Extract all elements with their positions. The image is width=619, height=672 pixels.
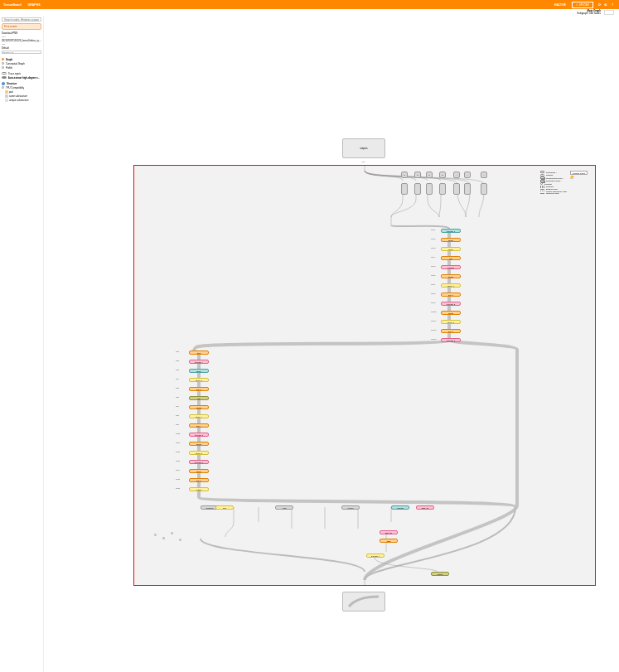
label-right: layer5	[431, 265, 435, 267]
refresh-icon[interactable]: ⟳	[597, 2, 602, 7]
op-add[interactable]: add	[189, 396, 209, 400]
curve-icon	[347, 595, 380, 608]
op-ReLU_3[interactable]: ReLU_3	[189, 378, 209, 382]
bottom-expand-node[interactable]	[342, 592, 385, 612]
op-sum[interactable]: sum	[215, 505, 234, 510]
op-Conv2D_3[interactable]: Conv2D_3	[441, 338, 461, 342]
op-ReLU_4[interactable]: ReLU_4	[189, 414, 209, 418]
op-norm3[interactable]: norm3	[441, 311, 461, 315]
label-left: res16	[176, 487, 180, 489]
op-norm5[interactable]: norm5	[189, 405, 209, 409]
label-right: layer11	[431, 320, 437, 321]
label-right: layer8	[431, 292, 435, 294]
run-value[interactable]: 20210700T125226_horse2zebra_cyclegan	[2, 38, 41, 42]
search-input[interactable]	[2, 17, 41, 22]
brand: TensorBoard	[3, 3, 22, 7]
small-node-body[interactable]	[426, 183, 433, 195]
op-Conv2D_4[interactable]: Conv2D_4	[189, 360, 209, 364]
label-left: res7	[176, 405, 179, 407]
small-node-body[interactable]	[414, 183, 421, 195]
label-right: layer10	[431, 311, 437, 312]
op-output[interactable]: output	[189, 487, 209, 491]
label-right: layer12	[431, 329, 437, 331]
label-right: layer9	[431, 302, 435, 303]
small-node[interactable]: b	[401, 172, 408, 178]
legend-item: Reference edge	[540, 192, 567, 194]
op-Conv2D[interactable]: Conv2D	[391, 505, 409, 510]
label-left: res9	[176, 423, 179, 425]
label-right: layer2	[431, 238, 435, 239]
label-left: res3	[176, 369, 179, 370]
small-node-body[interactable]	[401, 183, 408, 195]
small-node[interactable]: ...	[453, 172, 460, 178]
rename-group-button[interactable]: Rename Group	[570, 171, 588, 175]
label-right: layer6	[431, 274, 435, 276]
small-node[interactable]: b	[439, 172, 446, 178]
fit-button[interactable]: Fit to screen	[2, 23, 41, 30]
small-node[interactable]: ...	[481, 172, 487, 178]
op-concat[interactable]: concat	[431, 572, 449, 576]
op-Conv2D_5[interactable]: Conv2D_5	[189, 433, 209, 437]
label-left: res10	[176, 433, 180, 434]
op-norm4[interactable]: norm4	[189, 369, 209, 373]
section-label[interactable]: GRAPHS	[28, 3, 41, 7]
small-node-body[interactable]	[464, 183, 471, 195]
tag-value[interactable]: Default	[2, 46, 41, 50]
legend-shapes: namespace *OpNodeUnconnected series *Con…	[540, 171, 567, 187]
op-ReLU_1[interactable]: ReLU_1	[441, 283, 461, 288]
label-right: layer1	[431, 229, 435, 230]
op-BiasAdd[interactable]: BiasAdd	[416, 505, 434, 510]
auto-extract-toggle[interactable]: Auto-extract high-degree nodes	[2, 75, 41, 80]
op-Conv2D_2[interactable]: Conv2D_2	[441, 302, 461, 306]
main-graph-container[interactable]: Main	[133, 165, 596, 586]
op-norm6[interactable]: norm6	[189, 442, 209, 446]
op-pad_3[interactable]: pad_3	[189, 387, 209, 391]
op-Conv2D_1[interactable]: Conv2D_1	[441, 229, 461, 233]
small-node[interactable]: ...	[464, 172, 471, 178]
label-right: layer13	[431, 338, 437, 340]
status-label: INACTIVE	[554, 3, 566, 7]
op-pad[interactable]: pad	[441, 256, 461, 260]
color-unique[interactable]: unique substucture	[2, 98, 41, 102]
label-left: res1	[176, 351, 179, 352]
op-pad_2[interactable]: pad_2	[441, 329, 461, 333]
small-node-body[interactable]	[481, 183, 487, 195]
help-icon[interactable]: ?	[610, 2, 615, 7]
small-node[interactable]: b	[414, 172, 421, 178]
settings-icon[interactable]: ⚙	[603, 2, 608, 7]
label-right: layer3	[431, 247, 435, 249]
op-input[interactable]: input	[189, 351, 209, 355]
op-norm7[interactable]: norm7	[189, 469, 209, 473]
op-pad_4[interactable]: pad_4	[189, 423, 209, 428]
small-node-body[interactable]	[439, 183, 446, 195]
op-moving[interactable]: moving	[341, 505, 360, 510]
op-pad_1[interactable]: pad_1	[441, 292, 461, 297]
main-label: Main	[361, 161, 365, 162]
upload-button[interactable]: ⇧ UPLOAD	[572, 2, 593, 8]
op-Conv2D_7[interactable]: Conv2D_7	[366, 554, 384, 558]
run-info: Main Graph Subgraph: 549 nodes	[577, 10, 601, 16]
graph-canvas[interactable]: outputs Main	[44, 16, 619, 672]
choose-file[interactable]	[2, 51, 41, 54]
label-left: res6	[176, 396, 179, 398]
outputs-node[interactable]: outputs	[342, 138, 385, 158]
op-norm2[interactable]: norm2	[441, 274, 461, 278]
op-Adam[interactable]: Adam	[275, 505, 293, 510]
op-Conv2D_6[interactable]: Conv2D_6	[189, 460, 209, 464]
label-left: res12	[176, 451, 180, 452]
op-ReLU[interactable]: ReLU	[441, 247, 461, 251]
op-Tanh[interactable]: Tanh	[380, 539, 398, 543]
upload-label: UPLOAD	[579, 3, 589, 7]
op-pad_5[interactable]: pad_5	[189, 478, 209, 482]
op-Conv2D[interactable]: Conv2D	[441, 265, 461, 269]
op-norm1[interactable]: norm1	[441, 238, 461, 242]
op-ReLU_5[interactable]: ReLU_5	[189, 451, 209, 455]
minimap-placeholder	[604, 10, 614, 15]
label-left: res14	[176, 469, 180, 471]
op-BiasAdd[interactable]: BiasAdd	[380, 530, 398, 534]
label-left: res2	[176, 360, 179, 361]
small-node-body[interactable]	[453, 183, 460, 195]
small-node[interactable]: b	[426, 172, 433, 178]
op-ReLU_2[interactable]: ReLU_2	[441, 320, 461, 324]
label-left: res15	[176, 478, 180, 480]
